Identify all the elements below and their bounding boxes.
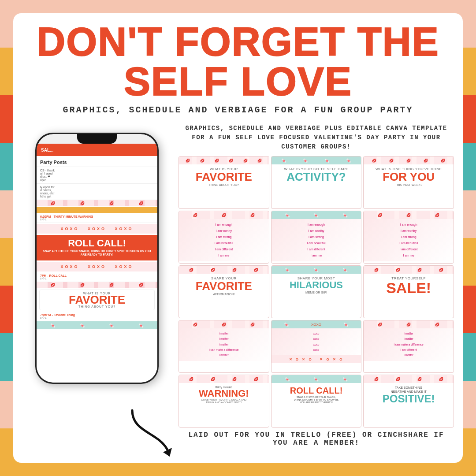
card-roll-call-small: 🍬 🍬 🍬 ROLL CALL! SNAP A PHOTO OF YOUR SN… <box>271 375 362 428</box>
card-affirmation-2: 🍬 🍬 🍬 I am enoughI am worthyI am strongI… <box>271 211 362 264</box>
card-affirmation-text-1: I am enoughI am worthyI am strongI am be… <box>179 219 269 261</box>
xoxo-strip-card: ✕ O ✕ O ✕ O ✕ O <box>271 355 361 363</box>
cards-grid: 💋 💋 💋 💋 💋 💋 WHAT IS YOUR FAVORITE THING … <box>178 156 454 428</box>
phone-post-1: CS - thank al! I used djust ❤ uple <box>37 167 157 184</box>
phone-favorite-card: WHAT IS YOUR FAVORITE THING ABOUT YOU? <box>39 290 155 310</box>
card-warning: 💋 💋 💋 💋 thirty minute WARNING! GRAB YOUR… <box>178 375 269 428</box>
phone-lips-strip-1: 💋💋💋💋 <box>37 200 157 206</box>
card-affirmation-text-2: I am enoughI am worthyI am strongI am be… <box>271 219 361 261</box>
card-affirmation-text-4: i matteri matteri matteri can make a dif… <box>179 328 269 361</box>
card-strip-lips: 💋 💋 💋 💋 💋 💋 <box>179 156 269 164</box>
card-affirmation-3: 💋 💋 💋 I am enoughI am worthyI am strongI… <box>363 211 454 264</box>
card-affirmation-1: 💋 💋 💋 I am enoughI am worthyI am strongI… <box>178 211 269 264</box>
party-posts-header: Party Posts <box>37 158 157 167</box>
card-strip-lips-3: 💋 💋 💋 💋 💋 <box>364 156 454 164</box>
card-strip-hearts: 🍬 🍬 🍬 🍬 <box>271 156 361 164</box>
phone-xoxo-2: XOXO XOXO XOXO <box>37 262 157 271</box>
phone-post-favorite-time: 7:05PM - Favorite Thing ≡ © 1 <box>37 312 157 321</box>
phone-section: SAL... Party Posts CS - thank al! I used… <box>22 124 172 463</box>
phone-post-2: ly open for d prizes, nners, etc! ht to … <box>37 184 157 200</box>
description-text: GRAPHICS, SCHEDULE AND VERBIAGE PLUS EDI… <box>178 124 454 152</box>
phone-mockup: SAL... Party Posts CS - thank al! I used… <box>35 133 159 384</box>
phone-screen: SAL... Party Posts CS - thank al! I used… <box>37 134 157 383</box>
phone-label: SAL... <box>41 148 53 152</box>
right-section: GRAPHICS, SCHEDULE AND VERBIAGE PLUS EDI… <box>172 124 454 463</box>
card-affirmation-4: 💋 💋 💋 i matteri matteri matteri can make… <box>178 320 269 373</box>
arrow-graphic <box>123 406 176 459</box>
card-favorite-affirmation: 💋 💋 💋 💋 SHARE YOUR FAVORITE AFFIRMATION! <box>178 265 269 318</box>
card-hilarious: 🍬 🍬 🍬 SHARE YOUR MOST HILARIOUS MEME OR … <box>271 265 362 318</box>
card-affirmation-6: 💋 💋 💋 i matteri matteri can make a diffe… <box>363 320 454 373</box>
card-positive: 💋 💋 💋 💋 TAKE SOMETHINGNEGATIVE AND MAKE … <box>363 375 454 428</box>
card-treat-yourself-sale: 💋 💋 💋 💋 TREAT YOURSELF SALE! <box>363 265 454 318</box>
card-affirmation-text-3: I am enoughI am worthyI am strongI am be… <box>364 219 454 261</box>
content-area: SAL... Party Posts CS - thank al! I used… <box>13 119 463 463</box>
phone-lips-strip-2: 💋💋💋💋 <box>37 282 157 288</box>
phone-post-rollcall-time: 7PM - ROLL CALL ≡ © 1 <box>37 272 157 282</box>
card-affirmation-text-6: i matteri matteri can make a differencei… <box>364 328 454 361</box>
phone-roll-call-card: ROLL CALL! SNAP A PHOTO OF YOUR SNACK, D… <box>37 235 157 260</box>
phone-xoxo-1: XOXO XOXO XOXO <box>37 224 157 234</box>
card-favorite-thing: 💋 💋 💋 💋 💋 💋 WHAT IS YOUR FAVORITE THING … <box>178 156 269 209</box>
card-affirmation-5: 🍬 XOXO 🍬 xoxoxoxoxoxoxoxo ✕ O ✕ O ✕ O ✕ … <box>271 320 362 373</box>
card-affirmation-text-5: xoxoxoxoxoxoxoxo <box>271 328 361 355</box>
phone-hearts-strip: 🍬🍬🍬🍬 <box>37 321 157 329</box>
card-self-care: 🍬 🍬 🍬 🍬 WHAT IS YOUR GO TO SELF CARE ACT… <box>271 156 362 209</box>
phone-warning-post: 6:30PM - THIRTY MINUTE WARNING ≡ © 1 <box>37 213 157 223</box>
phone-notch <box>77 134 117 144</box>
phone-status-bar: SAL... <box>37 144 157 156</box>
phone-yellow-strip <box>37 207 157 213</box>
header-subtitle: GRAPHICS, SCHEDULE AND VERBIAGE FOR A FU… <box>13 101 463 119</box>
card-for-you: 💋 💋 💋 💋 💋 WHAT IS ONE THING YOU'VE DONE … <box>363 156 454 209</box>
page-title: DON'T FORGET THE SELF LOVE <box>13 13 463 101</box>
phone-content: Party Posts CS - thank al! I used djust … <box>37 156 157 383</box>
footer-text: LAID OUT FOR YOU IN TRELLO (FREE) OR CIN… <box>178 428 454 449</box>
main-card: DON'T FORGET THE SELF LOVE GRAPHICS, SCH… <box>13 13 463 463</box>
